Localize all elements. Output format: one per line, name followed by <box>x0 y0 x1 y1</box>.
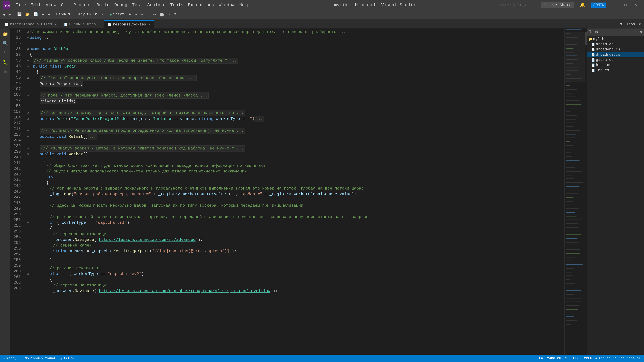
menu-debug[interactable]: Debug <box>112 2 129 8</box>
activity-git[interactable]: ⑂ <box>1 49 10 57</box>
code-line-37: { <box>26 52 564 58</box>
line-num: 260 <box>10 269 21 274</box>
menu-extensions[interactable]: Extensions <box>186 2 216 8</box>
toolbar-attach[interactable]: ⊕ <box>127 11 132 17</box>
fold-btn[interactable]: ⊟ <box>26 153 30 156</box>
fold-btn[interactable]: ⊟ <box>26 111 30 115</box>
fold-btn[interactable]: ⊟ <box>26 76 30 80</box>
line-num: 252 <box>10 223 21 229</box>
toolbar-save[interactable]: 💾 <box>16 11 23 17</box>
fold-btn[interactable]: ⊟ <box>26 94 30 97</box>
debug-mode-dropdown[interactable]: Debug ▼ <box>55 11 72 17</box>
live-share-button[interactable]: ⚡ Live Share <box>541 2 574 8</box>
close-button[interactable]: ✕ <box>631 1 641 9</box>
fold-btn[interactable]: ⊟ <box>26 36 30 39</box>
tab-close-misc[interactable]: ✕ <box>54 22 57 26</box>
toolbar-step3[interactable]: ⤼ <box>145 11 151 17</box>
menu-help[interactable]: Help <box>237 2 252 8</box>
activity-debug[interactable]: 🐛 <box>1 58 10 67</box>
tree-item-droid[interactable]: 📄 droid.cs <box>587 42 644 47</box>
tab-close-cookies[interactable]: ✕ <box>148 22 151 27</box>
toolbar-undo[interactable]: ↩ <box>40 11 45 17</box>
fold-btn[interactable]: ⊟ <box>26 272 30 276</box>
activity-extensions[interactable]: ⊞ <box>1 67 10 76</box>
minimap[interactable] <box>564 28 585 355</box>
scrollbar-track[interactable] <box>585 28 587 355</box>
status-errors[interactable]: ✓ No issues found <box>20 356 56 361</box>
cpu-dropdown[interactable]: Any CPU ▼ <box>77 11 98 17</box>
fold-btn[interactable]: ⊟ <box>26 135 30 138</box>
tree-item-http[interactable]: 📄 http.cs <box>587 62 644 68</box>
code-content[interactable]: ⊟ // в самом начале либы в классе дроид … <box>24 28 564 355</box>
menu-analyze[interactable]: Analyze <box>145 2 168 8</box>
tree-item-droidrus[interactable]: 📄 droidrus.cs <box>587 52 644 57</box>
line-num: 35 <box>10 40 21 46</box>
activity-explorer[interactable]: 📁 <box>1 30 10 38</box>
toolbar-settings[interactable]: ⚙ <box>100 11 104 17</box>
main-area: 📁 🔍 ⑂ 🐛 ⊞ 15 16 35 36 37 38 48 49 50 56 … <box>0 28 644 355</box>
tab-settings-button[interactable]: ⚙ <box>638 21 643 27</box>
toolbar-bp[interactable]: ⬤ <box>158 11 165 17</box>
code-line-157: ⊟ /// <summary> конструктор класса, это … <box>26 110 564 116</box>
fold-btn[interactable]: ⊟ <box>26 47 30 51</box>
warning-icon: ⚠ <box>60 356 62 361</box>
menu-build[interactable]: Build <box>94 2 112 8</box>
fold-btn <box>26 261 30 264</box>
toolbar-step[interactable]: ↷ <box>133 11 138 17</box>
solution-settings-icon[interactable]: ⚙ <box>640 30 642 34</box>
fold-btn[interactable]: ⊟ <box>26 117 30 121</box>
toolbar-forward[interactable]: ▶ <box>7 11 12 17</box>
fold-btn <box>26 82 30 86</box>
toolbar-redo[interactable]: ↪ <box>46 11 51 17</box>
tab-miscellaneous[interactable]: 📄 Miscellaneous Files ✕ <box>1 20 60 28</box>
toolbar-new[interactable]: 📄 <box>32 11 40 17</box>
notifications-icon[interactable]: 🔔 <box>577 2 588 8</box>
menu-git[interactable]: Git <box>59 2 71 8</box>
fold-btn[interactable]: ⊟ <box>26 65 30 68</box>
maximize-button[interactable]: □ <box>620 1 630 9</box>
status-bar: ⑂ Ready ✓ No issues found ⚠ 121 % Ln: 24… <box>0 355 644 362</box>
status-git[interactable]: ⑂ Ready <box>2 356 18 361</box>
start-button[interactable]: ▶ Start <box>108 11 126 17</box>
status-line-ending[interactable]: CRLF <box>582 356 593 361</box>
activity-search[interactable]: 🔍 <box>1 39 10 48</box>
code-line-235: ⊟ /// <summary> воркер - метод, в которо… <box>26 145 564 151</box>
toolbar-bp2[interactable]: ○ <box>166 12 171 17</box>
toolbar-step4[interactable]: ⤻ <box>152 11 158 17</box>
minimize-button[interactable]: — <box>610 1 620 9</box>
status-encoding[interactable]: UTF-8 <box>569 356 582 361</box>
tree-item-mylib[interactable]: 📁 mylib <box>587 36 644 42</box>
fold-btn <box>26 123 30 126</box>
fold-btn[interactable]: ⊟ <box>26 129 30 132</box>
menu-window[interactable]: Window <box>217 2 237 8</box>
menu-tools[interactable]: Tools <box>168 2 185 8</box>
solution-header: Tabs ⚙ <box>587 28 644 36</box>
tab-close-http[interactable]: ✕ <box>98 22 100 26</box>
user-badge[interactable]: ADMIN <box>591 2 606 8</box>
toolbar-bp3[interactable]: ⟳ <box>172 11 178 17</box>
menu-view[interactable]: View <box>44 2 58 8</box>
menu-project[interactable]: Project <box>72 2 94 8</box>
toolbar-open[interactable]: 📂 <box>24 11 31 17</box>
tab-response-cookies[interactable]: 📄 responseCookies ✕ <box>104 20 154 28</box>
tree-item-gidra[interactable]: 📄 gidra.cs <box>587 57 644 62</box>
menu-file[interactable]: File <box>14 2 28 8</box>
fold-btn[interactable]: ⊟ <box>26 221 30 224</box>
scrollbar-thumb[interactable] <box>585 32 587 45</box>
fold-btn[interactable]: ⊟ <box>26 59 30 62</box>
menu-test[interactable]: Test <box>130 2 144 8</box>
toolbar-back[interactable]: ◀ <box>1 11 6 17</box>
status-position[interactable]: Ln: 2486 Ch: 1 <box>538 356 568 361</box>
menu-edit[interactable]: Edit <box>28 2 43 8</box>
status-add-to-source[interactable]: ⊕ Add to Source Control <box>594 356 642 361</box>
tree-item-droideng[interactable]: 📄 droideng.cs <box>587 47 644 52</box>
toolbar-step2[interactable]: ↶ <box>139 11 144 17</box>
fold-btn <box>26 238 30 242</box>
fold-btn[interactable]: ⊟ <box>26 147 30 150</box>
fold-btn[interactable]: ⊟ <box>26 30 30 34</box>
search-input[interactable] <box>498 2 538 8</box>
tree-item-tmp[interactable]: 📄 Tmp.cs <box>587 68 644 73</box>
status-warnings[interactable]: ⚠ 121 % <box>59 356 75 361</box>
tab-dlibrus-http[interactable]: 📄 DLibRus.Http ✕ <box>60 20 104 28</box>
tab-list-button[interactable]: ▼ <box>619 22 624 27</box>
